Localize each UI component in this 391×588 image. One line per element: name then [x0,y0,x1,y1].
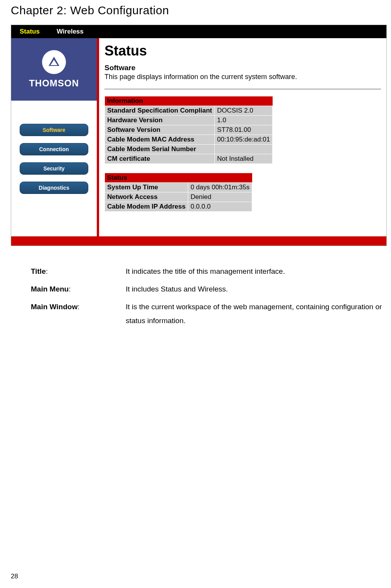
page-description: This page displays information on the cu… [104,73,381,81]
definition-body: It is the current workspace of the web m… [126,300,391,328]
info-value: 1.0 [215,116,273,125]
definition-term: Main Window: [31,300,126,328]
info-label: CM certificate [105,154,215,164]
info-label: Cable Modem Serial Number [105,145,215,154]
tab-status[interactable]: Status [11,25,48,38]
status-value: Denied [188,192,252,202]
info-value: DOCSIS 2.0 [215,106,273,116]
info-value [215,145,273,154]
definition-row: Title: It indicates the title of this ma… [31,265,391,278]
nav-software[interactable]: Software [20,124,88,136]
info-label: Standard Specification Compliant [105,106,215,116]
definition-term: Main Menu: [31,282,126,296]
nav-diagnostics[interactable]: Diagnostics [20,182,88,194]
definition-row: Main Window: It is the current workspace… [31,300,391,328]
status-label: Cable Modem IP Address [105,202,188,212]
info-label: Cable Modem MAC Address [105,135,215,145]
tab-wireless[interactable]: Wireless [48,25,92,38]
logo-icon [42,50,66,74]
status-label: Network Access [105,192,188,202]
status-table: Status System Up Time0 days 00h:01m:35s … [104,173,252,212]
status-label: System Up Time [105,183,188,192]
status-value: 0.0.0.0 [188,202,252,212]
page-number: 28 [11,573,18,580]
definition-term: Title: [31,265,126,278]
router-screenshot: Status Wireless THOMSON Software Connect… [11,25,387,246]
info-value: ST78.01.00 [215,125,273,135]
divider [104,89,381,89]
status-value: 0 days 00h:01m:35s [188,183,252,192]
info-label: Hardware Version [105,116,215,125]
table-header: Information [105,96,273,106]
definition-row: Main Menu: It includes Status and Wirele… [31,282,391,296]
main-menu: Status Wireless [11,25,386,38]
info-label: Software Version [105,125,215,135]
table-header: Status [105,173,252,183]
page-subtitle: Software [104,64,381,72]
information-table: Information Standard Specification Compl… [104,96,273,164]
info-value: 00:10:95:de:ad:01 [215,135,273,145]
definitions-list: Title: It indicates the title of this ma… [31,265,391,328]
definition-body: It includes Status and Wireless. [126,282,391,296]
main-window: Status Software This page displays infor… [99,38,386,236]
page-title: Status [104,43,381,59]
brand-logo: THOMSON [11,38,97,101]
footer-bar [11,236,386,246]
chapter-title: Chapter 2: Web Configuration [0,0,391,25]
nav-security[interactable]: Security [20,162,88,175]
logo-text: THOMSON [29,78,79,89]
nav-connection[interactable]: Connection [20,143,88,155]
definition-body: It indicates the title of this managemen… [126,265,391,278]
side-nav: Software Connection Security Diagnostics [11,101,97,194]
left-column: THOMSON Software Connection Security Dia… [11,38,97,236]
info-value: Not Installed [215,154,273,164]
